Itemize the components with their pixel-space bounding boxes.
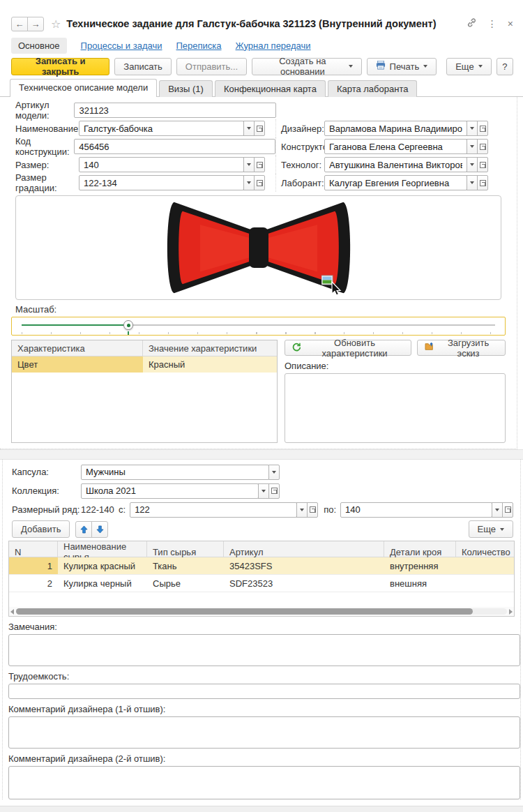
size-to-dropdown-button[interactable] (492, 502, 503, 518)
cell-material-name[interactable]: Кулирка черный (58, 575, 147, 592)
chevron-down-icon (470, 127, 474, 130)
materials-more-button[interactable]: Еще (469, 520, 513, 538)
collection-dropdown-button[interactable] (258, 483, 269, 499)
size-gradation-open-button[interactable] (254, 175, 265, 190)
chevron-down-icon (262, 490, 266, 493)
designer-open-button[interactable] (477, 121, 488, 136)
lab-assistant-input[interactable] (324, 175, 467, 190)
load-sketch-button[interactable]: Загрузить эскиз (417, 340, 506, 356)
help-button[interactable]: ? (497, 58, 513, 75)
cell-articul[interactable]: SDF23523 (224, 575, 384, 592)
send-button[interactable]: Отправить... (176, 58, 247, 75)
cell-quantity[interactable] (456, 575, 514, 592)
material-row[interactable]: 2 Кулирка черный Сырье SDF23523 внешняя (9, 575, 514, 592)
favorite-star-icon[interactable]: ☆ (51, 17, 61, 31)
name-dropdown-button[interactable] (243, 121, 255, 136)
capsule-input[interactable] (81, 465, 269, 480)
cell-quantity[interactable] (456, 557, 514, 574)
scrollbar-track[interactable] (16, 608, 507, 615)
save-close-button[interactable]: Записать и закрыть (11, 58, 109, 75)
footer-spacer (0, 806, 523, 812)
nav-item-processes[interactable]: Процессы и задачи (81, 40, 162, 51)
tab-confection-card[interactable]: Конфекционная карта (215, 80, 326, 97)
technologist-open-button[interactable] (477, 157, 488, 172)
designer-dropdown-button[interactable] (467, 121, 478, 136)
cell-material-name[interactable]: Кулирка красный (58, 557, 147, 574)
command-bar: Записать и закрыть Записать Отправить...… (0, 54, 523, 80)
size-to-open-button[interactable] (502, 502, 513, 518)
labor-input[interactable] (8, 684, 520, 699)
close-icon[interactable]: × (508, 18, 513, 29)
designer-comment2-textarea[interactable] (8, 766, 520, 799)
name-input[interactable] (79, 121, 244, 136)
size-range-to-input[interactable] (340, 502, 492, 518)
nav-item-correspondence[interactable]: Переписка (176, 40, 222, 51)
nav-item-main[interactable]: Основное (11, 38, 67, 54)
more-button[interactable]: Еще (446, 58, 491, 75)
characteristic-name-cell[interactable]: Цвет (12, 356, 143, 373)
collection-open-button[interactable] (268, 483, 280, 499)
nav-item-transfer-log[interactable]: Журнал передачи (236, 40, 311, 51)
back-button[interactable]: ← (11, 17, 28, 31)
collection-input[interactable] (81, 483, 259, 499)
forward-button[interactable]: → (27, 17, 44, 31)
size-range-value: 122-140 (81, 504, 117, 515)
save-button[interactable]: Записать (114, 58, 172, 75)
cell-articul[interactable]: 35423SFS (224, 557, 384, 574)
cell-n[interactable]: 1 (9, 557, 58, 574)
cell-n[interactable]: 2 (9, 575, 58, 592)
cell-material-type[interactable]: Сырье (147, 575, 224, 592)
copy-link-icon[interactable] (467, 17, 477, 30)
lab-assistant-dropdown-button[interactable] (467, 175, 478, 190)
lab-assistant-open-button[interactable] (477, 175, 488, 190)
notes-textarea[interactable] (8, 634, 520, 666)
size-open-button[interactable] (254, 157, 265, 172)
open-form-icon (257, 162, 263, 168)
size-from-open-button[interactable] (307, 502, 318, 518)
characteristic-row[interactable]: Цвет Красный (12, 356, 277, 373)
create-from-button[interactable]: Создать на основании (252, 58, 361, 75)
constructor-dropdown-button[interactable] (467, 139, 478, 154)
size-gradation-dropdown-button[interactable] (243, 175, 255, 190)
construction-code-label: Код конструкции: (15, 136, 74, 157)
more-menu-icon[interactable]: ⋮ (487, 18, 497, 29)
cell-cut-detail[interactable]: внешняя (384, 575, 456, 592)
constructor-open-button[interactable] (477, 139, 488, 154)
size-range-from-input[interactable] (130, 502, 297, 518)
material-row[interactable]: 1 Кулирка красный Ткань 35423SFS внутрен… (9, 557, 514, 575)
print-button[interactable]: Печать (367, 58, 437, 75)
size-gradation-input[interactable] (79, 175, 244, 190)
sketch-image-area[interactable] (15, 195, 501, 300)
tab-visas[interactable]: Визы (1) (159, 80, 213, 97)
cell-cut-detail[interactable]: внутренняя (384, 557, 456, 574)
slider-thumb[interactable] (123, 320, 133, 330)
cell-material-type[interactable]: Ткань (147, 557, 224, 574)
add-row-button[interactable]: Добавить (12, 520, 70, 538)
size-from-dropdown-button[interactable] (296, 502, 308, 518)
move-row-up-button[interactable] (75, 521, 92, 538)
description-textarea[interactable] (285, 373, 506, 443)
scroll-left-icon[interactable] (10, 609, 14, 615)
construction-code-input[interactable] (74, 139, 275, 154)
capsule-dropdown-button[interactable] (268, 465, 280, 480)
size-input[interactable] (79, 157, 244, 172)
tab-lab-card[interactable]: Карта лаборанта (328, 80, 418, 97)
designer-input[interactable] (324, 121, 467, 136)
characteristic-value-cell[interactable]: Красный (143, 356, 277, 373)
constructor-input[interactable] (324, 139, 467, 154)
tab-tech-description[interactable]: Техническое описание модели (10, 79, 157, 97)
size-dropdown-button[interactable] (243, 157, 255, 172)
technologist-input[interactable] (324, 157, 467, 172)
name-open-button[interactable] (254, 121, 265, 136)
scale-slider[interactable] (11, 317, 506, 336)
materials-more-label: Еще (478, 524, 496, 534)
designer-comment1-textarea[interactable] (8, 716, 520, 749)
articul-input[interactable] (74, 103, 276, 118)
technologist-dropdown-button[interactable] (467, 157, 478, 172)
scrollbar-thumb[interactable] (16, 608, 473, 615)
refresh-characteristics-button[interactable]: Обновить характеристики (285, 340, 411, 356)
horizontal-scrollbar[interactable] (9, 607, 514, 616)
move-row-down-button[interactable] (91, 521, 108, 538)
load-sketch-label: Загрузить эскиз (439, 338, 498, 359)
scroll-right-icon[interactable] (509, 609, 513, 615)
